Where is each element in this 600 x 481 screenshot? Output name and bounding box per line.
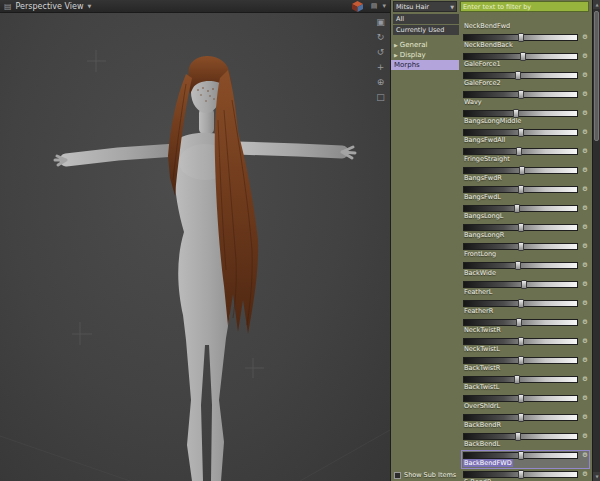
view-selector[interactable]: Perspective View (16, 0, 84, 13)
viewport-3d[interactable]: ▤ Perspective View ▼ ▤▾ ▣↻↺+⊕□ (0, 0, 390, 481)
slider-track[interactable] (463, 262, 578, 269)
slider-track[interactable] (463, 34, 578, 41)
slider-options-icon[interactable]: ⚙ (580, 299, 590, 308)
slider-options-icon[interactable]: ⚙ (580, 223, 590, 232)
slider-knob[interactable] (518, 337, 524, 346)
slider-track[interactable] (463, 452, 578, 459)
slider-track[interactable] (463, 395, 578, 402)
slider-track[interactable] (463, 319, 578, 326)
collapse-pane-icon[interactable]: ▾ (382, 0, 386, 13)
slider-knob[interactable] (520, 52, 526, 61)
viewport-menu-icon[interactable]: ▤ (4, 0, 12, 13)
slider-options-icon[interactable]: ⚙ (580, 337, 590, 346)
slider-track[interactable] (463, 110, 578, 117)
slider-track[interactable] (463, 186, 578, 193)
slider-options-icon[interactable]: ⚙ (580, 204, 590, 213)
slider-options-icon[interactable]: ⚙ (580, 375, 590, 384)
view-cube-icon[interactable] (352, 1, 363, 12)
slider-knob[interactable] (518, 185, 524, 194)
slider-options-icon[interactable]: ⚙ (580, 166, 590, 175)
slider-options-icon[interactable]: ⚙ (580, 52, 590, 61)
slider-options-icon[interactable]: ⚙ (580, 318, 590, 327)
slider-options-icon[interactable]: ⚙ (580, 451, 590, 460)
quick-filter-item[interactable]: Currently Used (393, 25, 459, 35)
slider-knob[interactable] (518, 451, 524, 460)
slider-track[interactable] (463, 243, 578, 250)
slider-options-icon[interactable]: ⚙ (580, 280, 590, 289)
slider-track[interactable] (463, 205, 578, 212)
slider-options-icon[interactable]: ⚙ (580, 33, 590, 42)
slider-knob[interactable] (518, 90, 524, 99)
slider-options-icon[interactable]: ⚙ (580, 185, 590, 194)
slider-knob[interactable] (514, 204, 520, 213)
slider-track[interactable] (463, 414, 578, 421)
slider-track[interactable] (463, 91, 578, 98)
slider-track[interactable] (463, 357, 578, 364)
tree-item-general[interactable]: ▶General (391, 40, 459, 50)
slider-knob[interactable] (518, 128, 524, 137)
slider-knob[interactable] (518, 356, 524, 365)
slider-knob[interactable] (518, 33, 524, 42)
tree-item-morphs[interactable]: Morphs (391, 60, 459, 70)
slider-track[interactable] (463, 53, 578, 60)
slider-track[interactable] (463, 148, 578, 155)
slider-knob[interactable] (515, 432, 521, 441)
filter-input[interactable] (460, 1, 589, 12)
slider-options-icon[interactable]: ⚙ (580, 109, 590, 118)
slider-track[interactable] (463, 224, 578, 231)
slider-track[interactable] (463, 129, 578, 136)
slider-track[interactable] (463, 281, 578, 288)
slider-knob[interactable] (518, 470, 524, 479)
slider-knob[interactable] (518, 299, 524, 308)
slider-track[interactable] (463, 300, 578, 307)
tree-item-display[interactable]: ▶Display (391, 50, 459, 60)
product-selector[interactable]: Mitsu Hair ▼ (393, 1, 457, 12)
slider-options-icon[interactable]: ⚙ (580, 147, 590, 156)
figure-3d[interactable] (0, 0, 390, 481)
slider-options-icon[interactable]: ⚙ (580, 432, 590, 441)
slider-options-icon[interactable]: ⚙ (580, 413, 590, 422)
slider-track[interactable] (463, 471, 578, 478)
slider-knob[interactable] (515, 71, 521, 80)
slider-track[interactable] (463, 72, 578, 79)
slider-options-icon[interactable]: ⚙ (580, 356, 590, 365)
panel-scrollbar[interactable]: ▲ ▼ (592, 0, 600, 481)
slider-knob[interactable] (516, 318, 522, 327)
slider-options-icon[interactable]: ⚙ (580, 90, 590, 99)
slider-knob[interactable] (519, 166, 525, 175)
expand-arrow-icon[interactable]: ▶ (394, 52, 398, 58)
scrollbar-down-icon[interactable]: ▼ (593, 472, 600, 481)
quick-filter-item[interactable]: All (393, 14, 459, 24)
slider-knob[interactable] (521, 280, 527, 289)
slider-knob[interactable] (514, 375, 520, 384)
slider-track[interactable] (463, 338, 578, 345)
slider-options-icon[interactable]: ⚙ (580, 470, 590, 479)
slider-options-icon[interactable]: ⚙ (580, 261, 590, 270)
slider-track[interactable] (463, 376, 578, 383)
show-sub-items-checkbox[interactable] (394, 472, 401, 479)
slider-options-icon[interactable]: ⚙ (580, 394, 590, 403)
zoom-tool-icon[interactable]: ⊕ (374, 76, 387, 88)
slider-knob[interactable] (518, 242, 524, 251)
spin-tool-icon[interactable]: ↺ (374, 46, 387, 58)
expand-arrow-icon[interactable]: ▶ (394, 42, 398, 48)
pane-options-icon[interactable]: ▤ (371, 0, 378, 13)
view-selector-caret-icon[interactable]: ▼ (87, 3, 91, 9)
slider-track[interactable] (463, 167, 578, 174)
frame-tool-icon[interactable]: □ (374, 91, 387, 103)
slider-knob[interactable] (518, 413, 524, 422)
scrollbar-thumb[interactable] (594, 11, 599, 141)
orbit-tool-icon[interactable]: ↻ (374, 31, 387, 43)
view-cube-tool-icon[interactable]: ▣ (374, 16, 387, 28)
slider-knob[interactable] (515, 261, 521, 270)
slider-options-icon[interactable]: ⚙ (580, 128, 590, 137)
slider-options-icon[interactable]: ⚙ (580, 71, 590, 80)
scrollbar-up-icon[interactable]: ▲ (593, 0, 600, 9)
slider-knob[interactable] (518, 394, 524, 403)
slider-knob[interactable] (513, 109, 519, 118)
slider-knob[interactable] (518, 223, 524, 232)
slider-options-icon[interactable]: ⚙ (580, 242, 590, 251)
slider-knob[interactable] (516, 147, 522, 156)
slider-track[interactable] (463, 433, 578, 440)
pan-tool-icon[interactable]: + (374, 61, 387, 73)
